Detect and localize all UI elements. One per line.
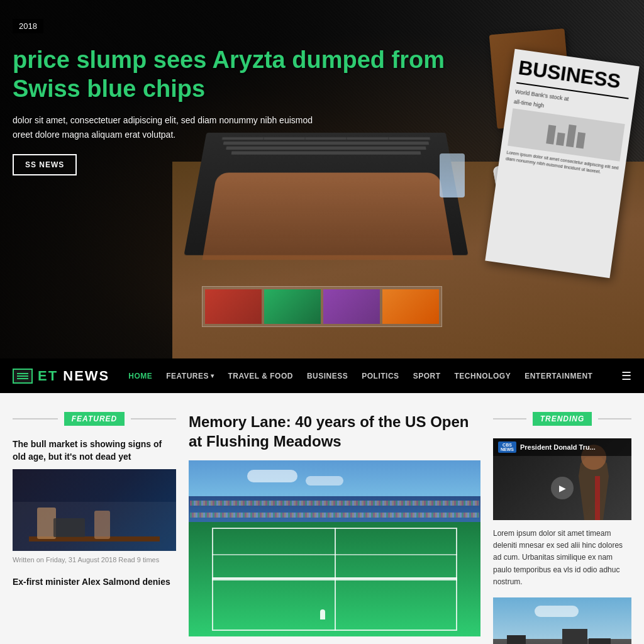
video-overlay: CBS NEWS President Donald Tru... ▶ <box>493 438 631 520</box>
featured-line-right <box>131 418 176 419</box>
hero-content: 2018 price slump sees Aryzta dumped from… <box>0 0 491 194</box>
nav-sport[interactable]: SPORT <box>413 372 441 380</box>
court-line-1 <box>212 554 457 555</box>
main-content: FEATURED The bull market is showing sign… <box>0 393 644 644</box>
video-title: President Donald Tru... <box>520 443 596 451</box>
brand-name: ET NEWS <box>38 368 109 384</box>
sky-scene-2 <box>493 597 631 644</box>
main-article-title[interactable]: Memory Lane: 40 years of the US Open at … <box>189 412 480 451</box>
cbs-badge: CBS NEWS <box>498 441 516 453</box>
hero-thumb-2[interactable] <box>264 289 321 324</box>
court-service-line <box>212 579 457 580</box>
brand-et: ET <box>38 368 58 384</box>
trending-video[interactable]: CBS NEWS President Donald Tru... ▶ <box>493 438 631 520</box>
featured-column: FEATURED The bull market is showing sign… <box>13 412 176 644</box>
cbs-text: CBS <box>502 443 512 447</box>
nav-entertainment[interactable]: ENTERTAINMENT <box>525 372 592 380</box>
net <box>212 577 457 579</box>
featured-item-2: Ex-first minister Alex Salmond denies <box>13 576 176 589</box>
trending-line-right <box>598 418 631 419</box>
hero-cta-button[interactable]: SS NEWS <box>13 154 77 175</box>
featured-item-1-title[interactable]: The bull market is showing signs of old … <box>13 438 176 463</box>
featured-item-2-title[interactable]: Ex-first minister Alex Salmond denies <box>13 576 176 589</box>
hero-excerpt: dolor sit amet, consectetuer adipiscing … <box>13 113 314 142</box>
video-top-bar: CBS NEWS President Donald Tru... <box>493 438 631 456</box>
play-button[interactable]: ▶ <box>551 477 574 499</box>
nav-technology[interactable]: TECHNOLOGY <box>454 372 511 380</box>
trending-line-left <box>493 418 526 419</box>
featured-badge: FEATURED <box>64 412 125 426</box>
hero-thumbnails <box>202 286 442 327</box>
navbar: ET NEWS HOME FEATURES TRAVEL & FOOD BUSI… <box>0 358 644 393</box>
featured-section-header: FEATURED <box>13 412 176 426</box>
hero-thumb-4[interactable] <box>382 289 439 324</box>
news-text: NEWS <box>501 447 514 452</box>
hero-date: 2018 <box>13 19 43 33</box>
tennis-court <box>189 460 480 636</box>
brand-line-3 <box>17 378 28 379</box>
brand-icon <box>13 369 33 384</box>
brand-icon-lines <box>17 373 28 379</box>
building-1 <box>507 635 526 644</box>
main-article-image[interactable] <box>189 460 480 636</box>
video-play-area[interactable]: ▶ <box>493 456 631 520</box>
hero-section: BUSINESS World Bank's stock at all-time … <box>0 0 644 358</box>
featured-item-1-meta: Written on Friday, 31 August 2018 Read 9… <box>13 556 176 564</box>
brand-line-1 <box>17 373 28 374</box>
featured-line-left <box>13 418 58 419</box>
player-figure <box>320 609 325 619</box>
building-3 <box>562 629 587 644</box>
nav-features[interactable]: FEATURES <box>166 372 214 380</box>
brand-line-2 <box>17 375 28 377</box>
nav-links: HOME FEATURES TRAVEL & FOOD BUSINESS POL… <box>128 369 631 383</box>
trending-badge: TRENDING <box>533 412 592 426</box>
featured-item-1-image[interactable] <box>13 469 176 551</box>
trending-image-2[interactable] <box>493 597 631 644</box>
main-article-column: Memory Lane: 40 years of the US Open at … <box>189 412 480 644</box>
nav-travel-food[interactable]: TRAVEL & FOOD <box>228 372 293 380</box>
hero-thumb-1[interactable] <box>205 289 262 324</box>
hamburger-menu-icon[interactable]: ☰ <box>621 369 631 383</box>
court-surface <box>189 522 480 636</box>
brand[interactable]: ET NEWS <box>13 368 109 384</box>
nav-politics[interactable]: POLITICS <box>362 372 399 380</box>
hero-title: price slump sees Aryzta dumped from Swis… <box>13 46 478 103</box>
trending-description: Lorem ipsum dolor sit amet timeam deleni… <box>493 528 631 588</box>
ground-2 <box>493 639 631 644</box>
trending-section-header: TRENDING <box>493 412 631 426</box>
featured-image-bg <box>13 469 176 551</box>
hero-thumb-3[interactable] <box>323 289 380 324</box>
nav-home[interactable]: HOME <box>128 372 152 380</box>
nav-business[interactable]: BUSINESS <box>307 372 348 380</box>
trending-column: TRENDING CBS NEWS <box>493 412 631 644</box>
building-4 <box>589 638 611 644</box>
featured-item-1: The bull market is showing signs of old … <box>13 438 176 564</box>
cloud-3 <box>535 606 579 617</box>
